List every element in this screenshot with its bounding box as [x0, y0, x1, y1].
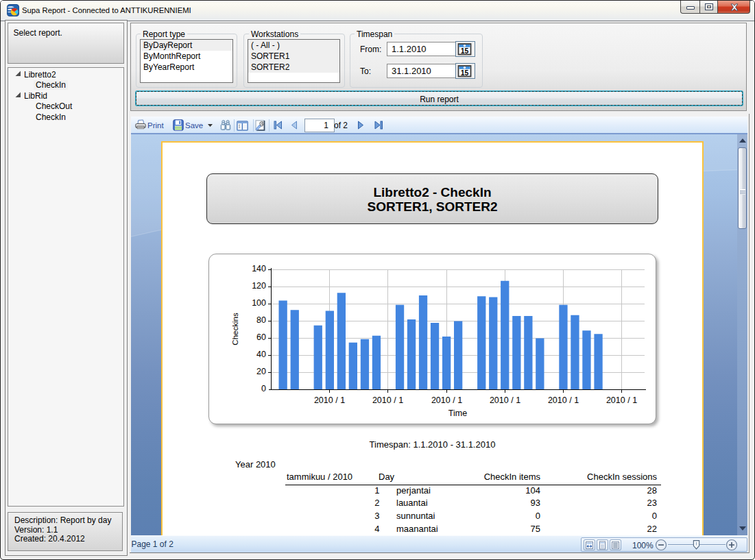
svg-text:Checkins: Checkins — [231, 313, 239, 345]
svg-text:0: 0 — [261, 384, 266, 393]
svg-text:15: 15 — [461, 47, 469, 55]
svg-text:Time: Time — [448, 409, 466, 418]
svg-text:20: 20 — [256, 367, 266, 376]
svg-text:2010 / 1: 2010 / 1 — [547, 395, 578, 405]
svg-text:2010 / 1: 2010 / 1 — [372, 395, 403, 405]
svg-text:40: 40 — [256, 350, 266, 359]
svg-text:60: 60 — [256, 332, 266, 342]
svg-text:140: 140 — [252, 264, 266, 273]
svg-text:2010 / 1: 2010 / 1 — [431, 395, 462, 405]
svg-text:100: 100 — [252, 298, 266, 308]
svg-text:120: 120 — [252, 281, 266, 291]
svg-text:2010 / 1: 2010 / 1 — [313, 395, 344, 405]
svg-text:15: 15 — [461, 69, 469, 77]
svg-text:80: 80 — [256, 315, 266, 325]
svg-text:2010 / 1: 2010 / 1 — [489, 395, 520, 405]
svg-text:2010 / 1: 2010 / 1 — [606, 395, 636, 405]
